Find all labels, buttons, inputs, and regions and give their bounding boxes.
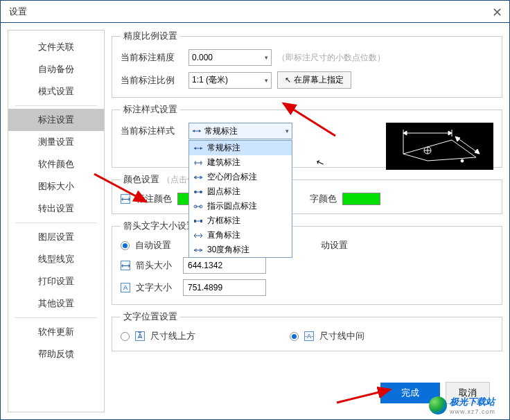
dropdown-item[interactable]: 空心闭合标注 (189, 170, 292, 184)
svg-marker-13 (193, 130, 195, 132)
text-size-icon: A (121, 283, 130, 292)
scale-select[interactable]: 1:1 (毫米)▾ (188, 72, 272, 89)
auto-radio[interactable] (121, 241, 130, 250)
dim-color-icon: ⟷ (121, 194, 130, 204)
arrow-style-icon (193, 189, 203, 195)
sidebar-separator (15, 105, 97, 106)
color-group: 颜色设置（点击色 ⟷ 标注颜色 字颜色 (112, 173, 502, 214)
precision-hint: （即标注尺寸的小数点位数） (277, 52, 385, 64)
sidebar-item-print[interactable]: 打印设置 (8, 270, 104, 292)
sidebar-item-file-assoc[interactable]: 文件关联 (8, 36, 104, 58)
cursor-icon: ↖ (285, 76, 291, 85)
watermark: 极光下载站 www.xz7.com (429, 395, 495, 415)
window-title: 设置 (9, 6, 27, 18)
sidebar-separator (15, 222, 97, 223)
arrow-style-icon (193, 159, 203, 166)
svg-point-26 (200, 191, 202, 193)
main: 文件关联 自动备份 模式设置 标注设置 测量设置 软件颜色 图标大小 转出设置 … (1, 23, 509, 419)
arrow-style-icon (193, 145, 203, 152)
sidebar-item-other[interactable]: 其他设置 (8, 292, 104, 315)
sidebar-item-auto-backup[interactable]: 自动备份 (8, 58, 104, 80)
dropdown-item[interactable]: 方框标注 (189, 213, 292, 228)
arrow-size-icon: ⟷ (121, 261, 130, 270)
chevron-down-icon: ▾ (265, 77, 268, 84)
middle-label: 尺寸线中间 (319, 330, 364, 342)
sidebar-item-mode[interactable]: 模式设置 (8, 80, 104, 103)
precision-group: 精度比例设置 当前标注精度 0.000▾ （即标注尺寸的小数点位数） 当前标注比… (112, 30, 502, 98)
sidebar-item-layers[interactable]: 图层设置 (8, 226, 104, 248)
style-dropdown: 常规标注 建筑标注 空心闭合标注 圆点标注 指示圆点标注 方框标注 直角标注 3… (188, 140, 292, 258)
svg-rect-31 (194, 220, 196, 222)
dropdown-item[interactable]: 指示圆点标注 (189, 199, 292, 213)
font-color-label: 字颜色 (310, 193, 337, 205)
arrow-size-group: 箭头文字大小设置 自动设置 动设置 ⟷ 箭头大小 A 文字大小 (112, 220, 502, 305)
font-color-swatch[interactable] (342, 193, 380, 205)
sidebar-separator (15, 317, 97, 318)
scale-label: 当前标注比例 (121, 74, 183, 87)
middle-line-icon: -A- (304, 331, 314, 341)
arrow-size-input[interactable] (183, 257, 266, 274)
svg-marker-17 (200, 147, 202, 150)
textpos-legend: 文字位置设置 (121, 310, 180, 323)
svg-marker-6 (455, 137, 460, 141)
manual-label: 动设置 (321, 239, 348, 252)
svg-marker-7 (475, 149, 480, 154)
watermark-icon (429, 396, 447, 414)
sidebar-item-linetype[interactable]: 线型线宽 (8, 248, 104, 270)
sidebar-item-update[interactable]: 软件更新 (8, 321, 104, 343)
sidebar-item-feedback[interactable]: 帮助反馈 (8, 343, 104, 365)
text-size-input[interactable] (183, 279, 266, 296)
sidebar-item-icon-size[interactable]: 图标大小 (8, 175, 104, 198)
middle-radio[interactable] (290, 332, 299, 341)
mark-color-label: 标注颜色 (136, 193, 172, 205)
arrow-size-label: 箭头大小 (136, 259, 177, 272)
above-label: 尺寸线上方 (150, 330, 195, 342)
textpos-group: 文字位置设置 A̅ 尺寸线上方 -A- 尺寸线中间 (112, 310, 502, 351)
watermark-text: 极光下载站 (450, 396, 495, 407)
svg-marker-16 (194, 147, 196, 150)
style-select[interactable]: 常规标注 ▾ 常规标注 建筑标注 空心闭合标注 圆点标注 指示圆点标注 方框标注… (188, 123, 292, 139)
svg-marker-1 (403, 131, 407, 135)
style-legend: 标注样式设置 (121, 103, 180, 116)
precision-select[interactable]: 0.000▾ (188, 49, 272, 66)
above-radio[interactable] (121, 332, 130, 341)
arrow-style-icon (193, 232, 203, 239)
dropdown-item[interactable]: 30度角标注 (189, 243, 292, 257)
color-legend: 颜色设置（点击色 (121, 173, 198, 186)
sidebar-item-measure[interactable]: 测量设置 (8, 131, 104, 153)
svg-point-25 (194, 191, 197, 193)
style-group: 标注样式设置 当前标注样式 常规标注 (112, 103, 502, 168)
arrow-size-legend: 箭头文字大小设置 (121, 220, 198, 232)
style-preview (386, 123, 493, 170)
precision-legend: 精度比例设置 (121, 30, 180, 42)
arrow-style-icon (193, 218, 203, 225)
arrow-style-icon (193, 203, 203, 210)
sidebar: 文件关联 自动备份 模式设置 标注设置 测量设置 软件颜色 图标大小 转出设置 … (8, 30, 105, 412)
arrow-style-icon (193, 247, 203, 254)
content: 精度比例设置 当前标注精度 0.000▾ （即标注尺寸的小数点位数） 当前标注比… (112, 30, 502, 412)
svg-point-11 (461, 159, 464, 162)
dropdown-item[interactable]: 直角标注 (189, 228, 292, 243)
screen-pick-button[interactable]: ↖在屏幕上指定 (277, 71, 351, 89)
dropdown-item[interactable]: 常规标注 (189, 141, 292, 155)
arrow-style-icon (192, 128, 202, 134)
svg-marker-2 (448, 131, 452, 135)
chevron-down-icon: ▾ (285, 128, 289, 134)
titlebar: 设置 ✕ (1, 1, 509, 23)
sidebar-item-export[interactable]: 转出设置 (8, 198, 104, 220)
dropdown-item[interactable]: 圆点标注 (189, 184, 292, 199)
auto-label: 自动设置 (135, 239, 171, 252)
svg-rect-32 (200, 220, 202, 222)
current-style-label: 当前标注样式 (121, 125, 183, 137)
precision-label: 当前标注精度 (121, 51, 183, 64)
dropdown-item[interactable]: 建筑标注 (189, 155, 292, 170)
svg-marker-14 (199, 130, 201, 132)
sidebar-item-annotation[interactable]: 标注设置 (8, 109, 104, 131)
watermark-sub: www.xz7.com (450, 408, 495, 415)
chevron-down-icon: ▾ (265, 54, 268, 61)
sidebar-item-colors[interactable]: 软件颜色 (8, 153, 104, 175)
close-icon[interactable]: ✕ (492, 5, 502, 20)
arrow-style-icon (193, 174, 203, 181)
text-size-label: 文字大小 (136, 281, 177, 294)
above-line-icon: A̅ (135, 331, 145, 341)
